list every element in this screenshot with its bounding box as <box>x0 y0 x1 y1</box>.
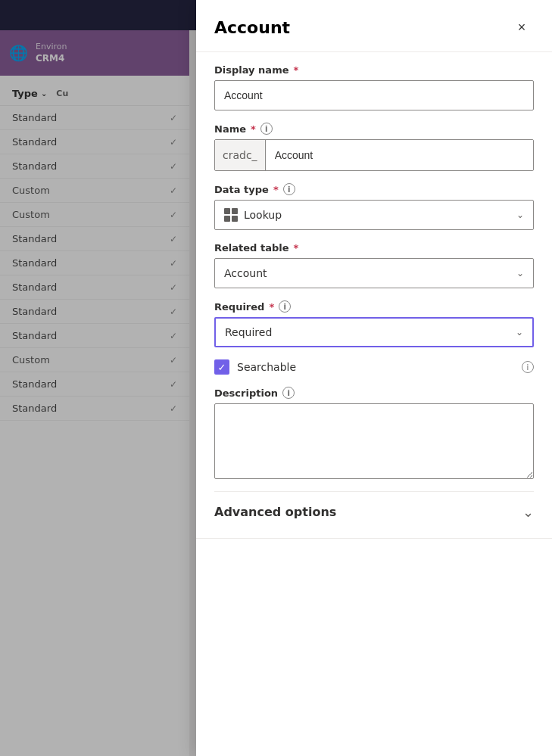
name-prefix: cradc_ <box>215 140 266 170</box>
display-name-label: Display name * <box>214 64 534 76</box>
advanced-options-row[interactable]: Advanced options ⌄ <box>214 491 534 526</box>
lookup-icon <box>224 208 238 222</box>
chevron-down-icon: ⌄ <box>516 327 523 338</box>
chevron-down-icon: ⌄ <box>516 268 524 278</box>
required-star: * <box>273 184 279 195</box>
related-table-label: Related table * <box>214 242 534 254</box>
required-select[interactable]: Required ⌄ <box>214 317 534 347</box>
bottom-divider <box>196 538 552 539</box>
searchable-row: ✓ Searchable i <box>214 359 534 375</box>
name-suffix-input[interactable] <box>266 140 533 170</box>
related-table-select[interactable]: Account ⌄ <box>214 258 534 288</box>
checkmark-icon: ✓ <box>218 362 226 372</box>
close-panel-button[interactable]: × <box>510 15 534 39</box>
searchable-checkbox[interactable]: ✓ <box>214 359 229 375</box>
panel-title: Account <box>214 18 290 37</box>
advanced-options-label: Advanced options <box>214 505 336 519</box>
name-label: Name * i <box>214 123 534 135</box>
description-label: Description i <box>214 387 534 399</box>
required-label: Required * i <box>214 300 534 313</box>
name-field: Name * i cradc_ <box>214 123 534 171</box>
name-info-icon[interactable]: i <box>260 123 273 135</box>
required-star: * <box>294 64 299 76</box>
required-star: * <box>269 301 274 313</box>
description-textarea[interactable] <box>214 403 534 479</box>
data-type-field: Data type * i Lookup ⌄ <box>214 183 534 230</box>
advanced-options-chevron-icon: ⌄ <box>522 504 534 520</box>
data-type-label: Data type * i <box>214 183 534 195</box>
related-table-field: Related table * Account ⌄ <box>214 242 534 288</box>
panel-body: Display name * Name * i cradc_ Data type… <box>196 52 552 756</box>
description-info-icon[interactable]: i <box>282 387 295 399</box>
searchable-info-icon[interactable]: i <box>522 361 534 373</box>
panel: Account × Display name * Name * i cradc_ <box>196 0 552 756</box>
data-type-info-icon[interactable]: i <box>283 183 295 195</box>
required-star: * <box>293 242 298 254</box>
required-field: Required * i Required ⌄ <box>214 300 534 347</box>
required-info-icon[interactable]: i <box>279 300 291 313</box>
data-type-select[interactable]: Lookup ⌄ <box>214 200 534 230</box>
display-name-field: Display name * <box>214 64 534 110</box>
display-name-input[interactable] <box>214 80 534 110</box>
chevron-down-icon: ⌄ <box>516 210 524 220</box>
searchable-label: Searchable <box>237 361 296 373</box>
panel-header: Account × <box>196 0 552 52</box>
name-input-group: cradc_ <box>214 139 534 171</box>
description-field: Description i <box>214 387 534 479</box>
required-star: * <box>251 123 256 135</box>
